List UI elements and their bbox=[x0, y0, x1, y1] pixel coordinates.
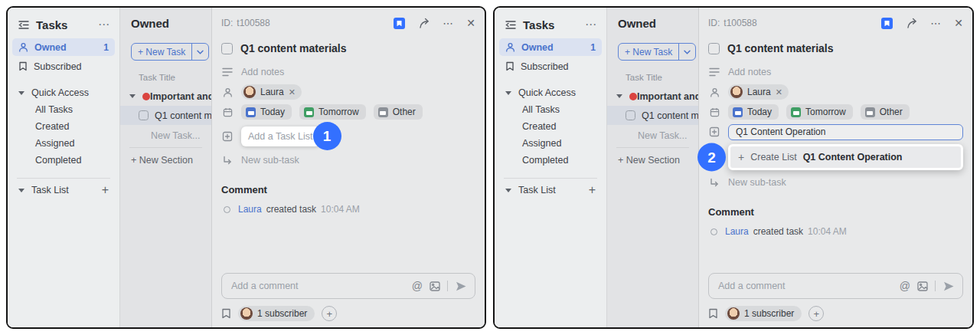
activity-user[interactable]: Laura bbox=[725, 226, 749, 237]
task-list-section[interactable]: Task List + bbox=[8, 182, 119, 199]
notes-placeholder[interactable]: Add notes bbox=[241, 67, 284, 77]
notes-placeholder[interactable]: Add notes bbox=[728, 67, 771, 77]
send-icon[interactable] bbox=[455, 281, 467, 292]
quick-access-section[interactable]: Quick Access bbox=[8, 84, 119, 101]
new-section-button[interactable]: + New Section bbox=[120, 148, 211, 172]
section-label: Task List bbox=[31, 185, 69, 195]
close-icon[interactable]: ✕ bbox=[466, 18, 475, 28]
task-checkbox[interactable] bbox=[708, 43, 720, 54]
sidebar-item-subscribed[interactable]: Subscribed bbox=[499, 57, 602, 75]
close-icon[interactable]: ✕ bbox=[954, 18, 963, 28]
share-icon[interactable] bbox=[906, 18, 917, 28]
sidebar-more-icon[interactable]: ⋯ bbox=[98, 18, 110, 31]
image-attach-icon[interactable] bbox=[430, 281, 440, 291]
sidebar-item-completed[interactable]: Completed bbox=[8, 152, 119, 169]
more-icon[interactable]: ⋯ bbox=[930, 18, 941, 28]
task-list-section[interactable]: Task List + bbox=[495, 182, 606, 199]
task-title[interactable]: Q1 content materials bbox=[240, 42, 347, 54]
subscribe-icon[interactable] bbox=[221, 308, 231, 319]
due-tomorrow-button[interactable]: Tomorrow bbox=[786, 104, 853, 120]
sidebar-more-icon[interactable]: ⋯ bbox=[585, 18, 597, 31]
task-checkbox[interactable] bbox=[221, 43, 233, 54]
task-row-selected[interactable]: Q1 content materials bbox=[120, 106, 211, 125]
list-header: Owned bbox=[120, 17, 211, 34]
due-today-button[interactable]: Today bbox=[728, 104, 779, 120]
section-row-important[interactable]: Important and urgent bbox=[607, 88, 698, 104]
sidebar-item-assigned[interactable]: Assigned bbox=[8, 135, 119, 152]
divider bbox=[17, 178, 110, 179]
sidebar-item-all-tasks[interactable]: All Tasks bbox=[8, 101, 119, 118]
section-row-important[interactable]: Important and urgent bbox=[120, 88, 211, 104]
section-title: Important and urgent bbox=[150, 91, 212, 102]
sidebar-item-created[interactable]: Created bbox=[8, 118, 119, 135]
add-subscriber-button[interactable]: + bbox=[808, 306, 824, 321]
task-checkbox[interactable] bbox=[139, 110, 149, 120]
remove-assignee-icon[interactable]: ✕ bbox=[289, 87, 296, 97]
assignee-chip[interactable]: Laura ✕ bbox=[728, 84, 789, 100]
notes-icon bbox=[221, 67, 234, 77]
assignee-chip[interactable]: Laura ✕ bbox=[241, 84, 302, 100]
list-header: Owned bbox=[607, 17, 698, 34]
more-icon[interactable]: ⋯ bbox=[443, 18, 453, 28]
activity-user[interactable]: Laura bbox=[238, 204, 262, 215]
new-task-row[interactable]: New Task... bbox=[120, 125, 211, 146]
avatar bbox=[243, 86, 256, 98]
task-id: ID:t100588 bbox=[708, 18, 757, 28]
send-icon[interactable] bbox=[942, 281, 955, 292]
sidebar-item-label: Owned bbox=[34, 42, 67, 53]
remove-assignee-icon[interactable]: ✕ bbox=[776, 87, 782, 97]
mention-icon[interactable]: @ bbox=[900, 280, 910, 292]
task-detail-panel: ID:t100588 ⋯ ✕ Q1 content materials Add … bbox=[212, 8, 485, 327]
due-today-button[interactable]: Today bbox=[241, 104, 292, 120]
activity-action: created task bbox=[753, 226, 803, 237]
sidebar-item-all-tasks[interactable]: All Tasks bbox=[495, 101, 606, 118]
due-tomorrow-button[interactable]: Tomorrow bbox=[299, 104, 366, 120]
task-list-input[interactable]: Q1 Content Operation bbox=[728, 124, 963, 140]
sidebar-item-completed[interactable]: Completed bbox=[495, 152, 606, 169]
add-task-list-field[interactable]: Add a Task List bbox=[241, 126, 320, 146]
task-title[interactable]: Q1 content materials bbox=[727, 42, 834, 54]
share-icon[interactable] bbox=[418, 18, 430, 28]
sidebar-item-owned[interactable]: Owned 1 bbox=[12, 38, 115, 56]
new-subtask-placeholder[interactable]: New sub-task bbox=[728, 177, 786, 188]
new-task-dropdown-arrow[interactable] bbox=[678, 44, 695, 60]
subtask-icon bbox=[708, 178, 720, 188]
collapse-sidebar-icon[interactable] bbox=[505, 20, 516, 30]
sidebar-item-subscribed[interactable]: Subscribed bbox=[12, 57, 115, 75]
new-task-row[interactable]: New Task... bbox=[607, 125, 698, 146]
sidebar-item-label: Subscribed bbox=[34, 61, 82, 72]
add-task-list-icon[interactable]: + bbox=[102, 184, 109, 196]
collapse-sidebar-icon[interactable] bbox=[18, 20, 29, 30]
new-section-button[interactable]: + New Section bbox=[607, 148, 698, 172]
due-other-button[interactable]: Other bbox=[374, 104, 423, 120]
bookmark-icon bbox=[505, 61, 514, 71]
image-attach-icon[interactable] bbox=[917, 281, 928, 291]
new-task-button[interactable]: + New Task bbox=[131, 43, 209, 61]
subscribe-icon[interactable] bbox=[708, 308, 718, 319]
new-task-button[interactable]: + New Task bbox=[618, 43, 696, 61]
sidebar-item-owned[interactable]: Owned 1 bbox=[499, 38, 602, 56]
assignee-icon bbox=[221, 87, 234, 97]
new-subtask-placeholder[interactable]: New sub-task bbox=[241, 155, 299, 166]
pinned-bookmark-icon[interactable] bbox=[881, 18, 893, 29]
task-row-selected[interactable]: Q1 content materials bbox=[607, 106, 698, 125]
task-checkbox[interactable] bbox=[626, 110, 635, 120]
comment-input[interactable]: Add a comment @ bbox=[708, 273, 963, 299]
add-task-list-icon[interactable]: + bbox=[589, 184, 596, 196]
pinned-bookmark-icon[interactable] bbox=[394, 18, 405, 29]
create-list-dropdown-option[interactable]: 2 + Create List Q1 Content Operation bbox=[728, 144, 963, 170]
comment-input[interactable]: Add a comment @ bbox=[221, 273, 475, 299]
quick-access-section[interactable]: Quick Access bbox=[495, 84, 606, 101]
avatar bbox=[727, 307, 740, 320]
sidebar-item-created[interactable]: Created bbox=[495, 118, 606, 135]
mention-icon[interactable]: @ bbox=[412, 280, 423, 292]
due-other-button[interactable]: Other bbox=[861, 104, 910, 120]
sidebar-item-assigned[interactable]: Assigned bbox=[495, 135, 606, 152]
subscribers-chip[interactable]: 1 subscriber bbox=[725, 306, 802, 321]
sidebar: Tasks ⋯ Owned 1 Subscribed Quick Access … bbox=[8, 8, 120, 327]
annotation-step-2: 2 bbox=[697, 143, 726, 172]
subscribers-chip[interactable]: 1 subscriber bbox=[238, 306, 315, 321]
due-date-icon bbox=[221, 107, 234, 117]
add-subscriber-button[interactable]: + bbox=[322, 306, 337, 321]
new-task-dropdown-arrow[interactable] bbox=[191, 44, 208, 60]
